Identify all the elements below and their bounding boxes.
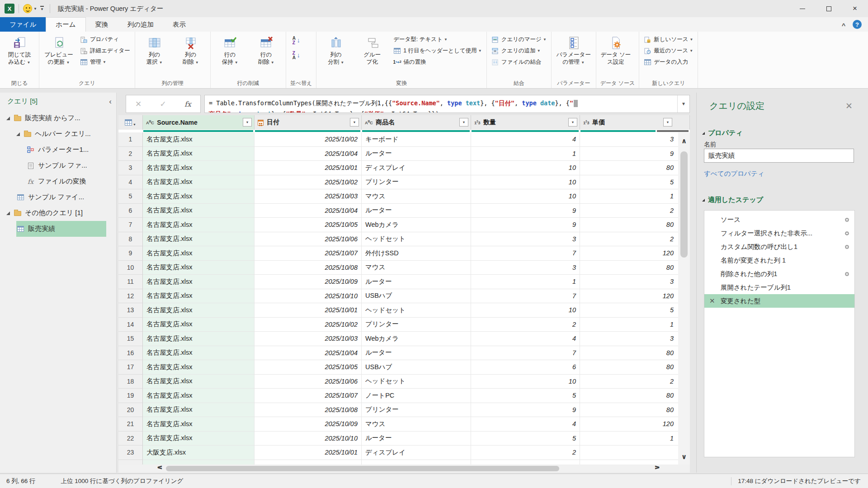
cell-unit-price[interactable]: 120 — [580, 417, 690, 432]
vertical-scrollbar[interactable]: ∧ ∨ — [678, 132, 690, 465]
query-name-input[interactable]: 販売実績 — [704, 149, 854, 163]
row-number[interactable]: 7 — [118, 218, 143, 232]
sidebar-item[interactable]: 販売実績 — [16, 221, 106, 237]
cell-source-name[interactable]: 名古屋支店.xlsx — [143, 147, 255, 161]
filter-button[interactable]: ▼ — [243, 118, 252, 127]
delete-step-icon[interactable]: ✕ — [709, 297, 715, 305]
column-header-商品名[interactable]: ABC商品名▼ — [362, 115, 471, 130]
cell-product[interactable]: プリンター — [362, 318, 471, 332]
choose-columns-button[interactable]: 列の選択▼ — [137, 33, 173, 77]
cell-source-name[interactable]: 名古屋支店.xlsx — [143, 175, 255, 190]
cell-unit-price[interactable]: 80 — [580, 161, 690, 175]
cell-source-name[interactable] — [143, 460, 255, 465]
cell-quantity[interactable]: 10 — [471, 303, 580, 318]
cell-unit-price[interactable]: 2 — [580, 375, 690, 389]
group-by-button[interactable]: グループ化 — [354, 33, 390, 77]
row-number[interactable]: 8 — [118, 232, 143, 247]
close-button[interactable]: × — [842, 0, 868, 17]
row-number[interactable]: 11 — [118, 275, 143, 289]
cell-date[interactable]: 2025/10/05 — [255, 360, 362, 375]
cell-product[interactable]: ルーター — [362, 346, 471, 361]
cell-unit-price[interactable]: 1 — [580, 318, 690, 332]
cell-quantity[interactable]: 10 — [471, 375, 580, 389]
row-number[interactable]: 5 — [118, 189, 143, 204]
row-number[interactable]: 10 — [118, 261, 143, 275]
row-number[interactable]: 21 — [118, 417, 143, 432]
keep-rows-button[interactable]: 行の保持▼ — [212, 33, 248, 77]
recent-sources-button[interactable]: 最近のソース ▼ — [641, 45, 696, 56]
cell-date[interactable]: 2025/10/03 — [255, 189, 362, 204]
cell-product[interactable] — [362, 460, 471, 465]
row-number[interactable]: 23 — [118, 446, 143, 460]
collapse-pane-icon[interactable]: ‹ — [109, 98, 112, 105]
row-number[interactable]: 16 — [118, 346, 143, 361]
cell-product[interactable]: マウス — [362, 417, 471, 432]
cell-date[interactable]: 2025/10/04 — [255, 346, 362, 361]
cell-quantity[interactable]: 7 — [471, 289, 580, 304]
tab-transform[interactable]: 変換 — [86, 17, 118, 32]
row-number[interactable]: 3 — [118, 161, 143, 175]
close-pane-icon[interactable]: ✕ — [845, 101, 853, 111]
applied-step[interactable]: フィルター選択された非表示... — [704, 226, 854, 240]
cell-quantity[interactable]: 6 — [471, 360, 580, 375]
feedback-smiley-icon[interactable] — [23, 4, 32, 13]
cell-source-name[interactable]: 名古屋支店.xlsx — [143, 275, 255, 289]
scroll-left-icon[interactable]: ∧ — [155, 465, 164, 470]
refresh-preview-button[interactable]: プレビューの更新▼ — [41, 33, 77, 77]
cell-date[interactable]: 2025/10/02 — [255, 318, 362, 332]
cell-product[interactable]: Webカメラ — [362, 218, 471, 232]
tree-expander-icon[interactable] — [6, 117, 10, 120]
append-queries-button[interactable]: クエリの追加 ▼ — [488, 45, 550, 56]
sort-ascending-button[interactable]: AZ↓ — [292, 35, 303, 47]
column-header-数量[interactable]: 123数量▼ — [471, 115, 580, 130]
row-number[interactable]: 2 — [118, 147, 143, 161]
cell-date[interactable]: 2025/10/10 — [255, 289, 362, 304]
enter-data-button[interactable]: データの入力 — [641, 56, 696, 68]
remove-rows-button[interactable]: 行の削除▼ — [248, 33, 284, 77]
column-header-単価[interactable]: 123単価▼ — [580, 115, 690, 130]
cell-product[interactable]: USBハブ — [362, 289, 471, 304]
cell-date[interactable]: 2025/10/07 — [255, 389, 362, 403]
cell-unit-price[interactable]: 9 — [580, 147, 690, 161]
cell-date[interactable]: 2025/10/05 — [255, 218, 362, 232]
cell-unit-price[interactable]: 2 — [580, 232, 690, 247]
cell-source-name[interactable]: 名古屋支店.xlsx — [143, 189, 255, 204]
row-number[interactable]: 20 — [118, 403, 143, 418]
sidebar-item[interactable]: fxファイルの変換 — [26, 174, 106, 189]
cell-product[interactable]: マウス — [362, 189, 471, 204]
gear-icon[interactable] — [844, 244, 850, 250]
cell-product[interactable]: Webカメラ — [362, 332, 471, 346]
cell-source-name[interactable]: 名古屋支店.xlsx — [143, 132, 255, 147]
row-number[interactable]: 24 — [118, 460, 143, 465]
cell-quantity[interactable]: 9 — [471, 218, 580, 232]
cancel-formula-icon[interactable]: ✕ — [135, 99, 142, 109]
cell-product[interactable]: ルーター — [362, 147, 471, 161]
cell-unit-price[interactable] — [580, 446, 690, 460]
profiling-status[interactable]: 上位 1000 行に基づく列のプロファイリング — [61, 477, 184, 485]
cell-product[interactable]: USBハブ — [362, 360, 471, 375]
all-properties-link[interactable]: すべてのプロパティ — [704, 169, 764, 178]
cell-unit-price[interactable]: 5 — [580, 303, 690, 318]
cell-quantity[interactable]: 7 — [471, 346, 580, 361]
cell-product[interactable]: プリンター — [362, 175, 471, 190]
cell-quantity[interactable]: 2 — [471, 446, 580, 460]
sidebar-item[interactable]: サンプル ファイ... — [16, 189, 106, 205]
column-header-Source.Name[interactable]: ABCSource.Name▼ — [143, 115, 255, 130]
cell-quantity[interactable]: 5 — [471, 389, 580, 403]
cell-unit-price[interactable]: 80 — [580, 346, 690, 361]
formula-input[interactable]: = Table.TransformColumnTypes(展開されたテーブル列1… — [204, 95, 690, 113]
cell-source-name[interactable]: 名古屋支店.xlsx — [143, 232, 255, 247]
cell-unit-price[interactable]: 3 — [580, 275, 690, 289]
filter-button[interactable]: ▼ — [568, 118, 577, 127]
cell-product[interactable]: キーボード — [362, 132, 471, 147]
cell-date[interactable]: 2025/10/02 — [255, 132, 362, 147]
cell-quantity[interactable]: 10 — [471, 161, 580, 175]
cell-product[interactable]: ルーター — [362, 432, 471, 446]
row-number[interactable]: 17 — [118, 360, 143, 375]
commit-formula-icon[interactable]: ✓ — [160, 99, 166, 109]
cell-unit-price[interactable]: 80 — [580, 389, 690, 403]
cell-product[interactable]: ルーター — [362, 275, 471, 289]
gear-icon[interactable] — [844, 271, 850, 277]
expand-formula-bar-button[interactable]: ▼ — [677, 95, 689, 113]
data-source-settings-button[interactable]: データ ソース設定 — [598, 33, 634, 77]
